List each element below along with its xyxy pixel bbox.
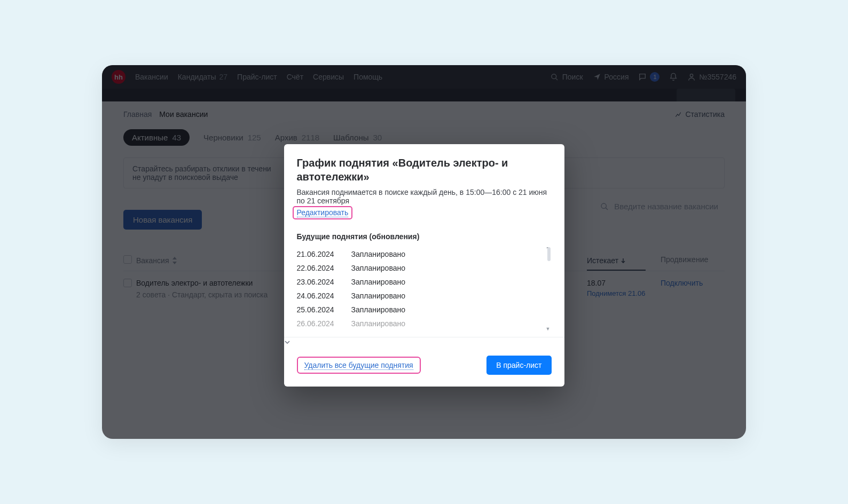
schedule-row: 24.06.2024Запланировано — [297, 289, 552, 303]
modal-subtitle: Вакансия поднимается в поиске каждый ден… — [297, 188, 552, 205]
to-pricelist-button[interactable]: В прайс-лист — [486, 356, 551, 375]
app-window: hh Вакансии Кандидаты 27 Прайс-лист Счёт… — [102, 65, 746, 439]
row-status: Запланировано — [351, 250, 406, 258]
schedule-row: 23.06.2024Запланировано — [297, 275, 552, 289]
row-date: 23.06.2024 — [297, 278, 341, 286]
row-status: Запланировано — [351, 319, 406, 328]
row-date: 21.06.2024 — [297, 250, 341, 258]
row-date: 25.06.2024 — [297, 305, 341, 314]
delete-highlight: Удалить все будущие поднятия — [297, 357, 421, 374]
scroll-down-icon: ▼ — [546, 326, 551, 330]
chevron-down-icon — [284, 340, 564, 345]
row-date: 22.06.2024 — [297, 264, 341, 272]
row-status: Запланировано — [351, 292, 406, 300]
modal-footer: Удалить все будущие поднятия В прайс-лис… — [284, 348, 564, 387]
row-status: Запланировано — [351, 305, 406, 314]
schedule-row: 22.06.2024Запланировано — [297, 261, 552, 275]
row-status: Запланировано — [351, 264, 406, 272]
modal-overlay[interactable]: График поднятия «Водитель электро- и авт… — [102, 65, 746, 439]
schedule-list[interactable]: ▲ 21.06.2024Запланировано 22.06.2024Запл… — [297, 247, 552, 330]
row-date: 26.06.2024 — [297, 319, 341, 328]
delete-all-link[interactable]: Удалить все будущие поднятия — [304, 361, 413, 370]
schedule-row: 25.06.2024Запланировано — [297, 303, 552, 317]
edit-highlight: Редактировать — [293, 206, 353, 219]
row-status: Запланировано — [351, 278, 406, 286]
schedule-modal: График поднятия «Водитель электро- и авт… — [284, 144, 564, 387]
schedule-row: 26.06.2024Запланировано — [297, 317, 552, 330]
expand-toggle[interactable] — [284, 337, 564, 348]
modal-title: График поднятия «Водитель электро- и авт… — [297, 156, 552, 184]
schedule-row: 21.06.2024Запланировано — [297, 247, 552, 261]
edit-link[interactable]: Редактировать — [297, 208, 349, 217]
row-date: 24.06.2024 — [297, 292, 341, 300]
scrollbar-thumb[interactable] — [547, 247, 551, 261]
section-title: Будущие поднятия (обновления) — [297, 232, 552, 241]
